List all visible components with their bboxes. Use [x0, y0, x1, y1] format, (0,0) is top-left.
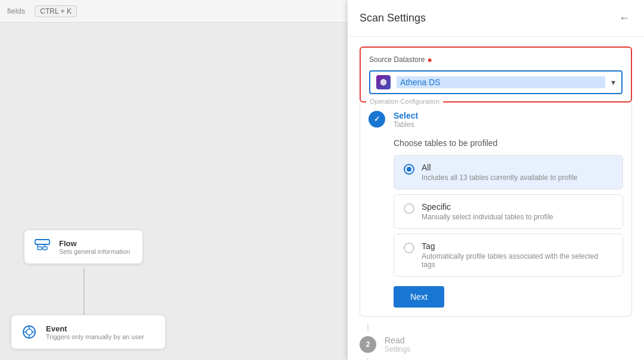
step-2-read: 2 Read Settings: [360, 336, 632, 353]
dropdown-chevron-icon: ▾: [611, 77, 615, 87]
radio-btn-specific[interactable]: [404, 203, 414, 214]
datastore-dropdown[interactable]: Athena DS ▾: [369, 70, 623, 94]
source-datastore-section: Source Datastore ● Athena DS ▾: [360, 46, 632, 103]
connector-line: [83, 268, 85, 316]
radio-all-text: All Includes all 13 tables currently ava…: [422, 163, 577, 182]
step-1-select: ✓ Select Tables: [369, 111, 623, 129]
top-bar: fields CTRL + K: [0, 0, 348, 23]
close-button[interactable]: ←: [617, 10, 632, 27]
panel-header: Scan Settings ←: [348, 0, 644, 37]
inactive-steps: 2 Read Settings 3 Scan Settings 4: [360, 324, 632, 360]
flow-subtitle: Sets general information: [59, 248, 130, 255]
flow-card[interactable]: Flow Sets general information: [24, 229, 143, 264]
event-title: Event: [46, 324, 144, 333]
step-1-circle: ✓: [369, 111, 385, 128]
flow-text: Flow Sets general information: [59, 239, 130, 255]
svg-point-7: [26, 329, 32, 335]
required-indicator: ●: [427, 55, 432, 64]
operation-config-label: Operation Configuration: [366, 98, 443, 105]
shortcut-badge: CTRL + K: [35, 5, 77, 17]
svg-rect-2: [43, 247, 47, 250]
datastore-icon: [376, 75, 391, 89]
svg-rect-1: [38, 247, 42, 250]
step-2-content: Read Settings: [385, 336, 410, 353]
panel-content: Source Datastore ● Athena DS ▾ Operation…: [348, 37, 644, 360]
radio-option-specific[interactable]: Specific Manually select individual tabl…: [394, 194, 623, 229]
radio-tag-subtitle: Automatically profile tables associated …: [422, 252, 613, 269]
radio-specific-title: Specific: [422, 202, 553, 212]
event-subtitle: Triggers only manually by an user: [46, 333, 144, 340]
step-connector-2: [367, 324, 369, 331]
radio-btn-tag[interactable]: [404, 243, 414, 253]
step-1-indicator: ✓: [369, 111, 385, 129]
radio-tag-text: Tag Automatically profile tables associa…: [422, 241, 613, 269]
step-2-subtitle: Settings: [385, 345, 410, 353]
source-label: Source Datastore ●: [369, 55, 623, 64]
step-1-content: Select Tables: [394, 111, 623, 129]
operation-config-section: Operation Configuration ✓ Select Tables …: [360, 103, 632, 316]
radio-option-all[interactable]: All Includes all 13 tables currently ava…: [394, 155, 623, 190]
right-panel: Scan Settings ← Source Datastore ● Athen…: [348, 0, 644, 360]
step-1-subtitle: Tables: [394, 120, 623, 129]
next-button[interactable]: Next: [394, 286, 444, 308]
step-2-circle: 2: [360, 336, 376, 353]
flow-title: Flow: [59, 239, 130, 248]
event-icon: [20, 322, 39, 342]
radio-tag-title: Tag: [422, 241, 613, 251]
flow-icon: [33, 237, 52, 256]
svg-rect-0: [35, 240, 49, 244]
step-1-title: Select: [394, 111, 623, 120]
radio-specific-subtitle: Manually select individual tables to pro…: [422, 213, 553, 221]
event-text: Event Triggers only manually by an user: [46, 324, 144, 340]
radio-specific-text: Specific Manually select individual tabl…: [422, 202, 553, 221]
step-2-title: Read: [385, 336, 410, 345]
radio-option-tag[interactable]: Tag Automatically profile tables associa…: [394, 234, 623, 277]
fields-text: fields: [7, 7, 25, 15]
radio-options: All Includes all 13 tables currently ava…: [394, 155, 623, 277]
left-panel: fields CTRL + K Flow Sets general inform…: [0, 0, 348, 360]
event-card[interactable]: Event Triggers only manually by an user: [11, 315, 166, 349]
choose-tables-label: Choose tables to be profiled: [394, 138, 623, 148]
radio-all-subtitle: Includes all 13 tables currently availab…: [422, 173, 577, 182]
radio-all-title: All: [422, 163, 577, 172]
radio-btn-all[interactable]: [404, 164, 414, 175]
panel-title: Scan Settings: [360, 12, 426, 24]
datastore-name: Athena DS: [397, 76, 605, 88]
